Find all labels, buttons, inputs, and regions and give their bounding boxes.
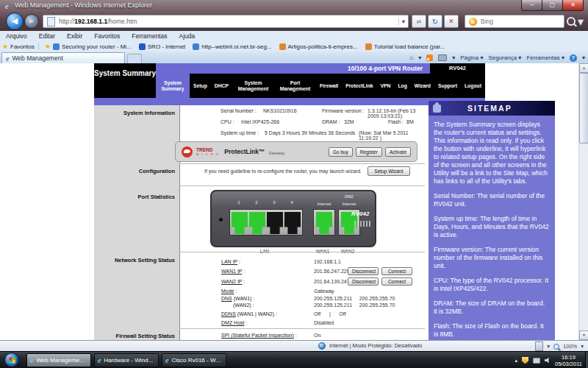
favorite-link[interactable]: Tutorial load balance (par... [365, 43, 445, 50]
taskbar-window-web-management[interactable]: e Web Managemen... [26, 353, 91, 367]
action-center-shield-icon[interactable] [522, 357, 528, 364]
spi-value: On [314, 333, 320, 338]
feed-icon[interactable] [426, 54, 433, 61]
sitemap-header[interactable]: SITEMAP [429, 101, 555, 116]
tab-support[interactable]: Support [434, 74, 461, 98]
start-button[interactable] [4, 353, 19, 367]
search-icon[interactable] [567, 17, 576, 26]
search-dropdown-icon[interactable]: ▾ [578, 15, 584, 29]
setup-wizard-button[interactable]: Setup Wizard [368, 166, 410, 176]
menu-editar[interactable]: Editar [33, 32, 61, 40]
mode-value: Gateway [314, 289, 334, 294]
section-system-information: System Information [96, 110, 175, 116]
help-icon[interactable]: ? [570, 54, 577, 62]
clock-date: 05/03/2011 [555, 361, 582, 367]
tab-wizard[interactable]: Wizard [411, 74, 434, 98]
new-tab-button[interactable] [127, 54, 142, 63]
port-number: 3 [266, 200, 282, 205]
home-icon[interactable]: ⌂ [409, 54, 413, 61]
tab-web-management[interactable]: e Web Management [1, 52, 125, 63]
scroll-down-icon[interactable]: ▾ [579, 330, 588, 340]
mode-link[interactable]: Mode [221, 289, 234, 294]
sitemap-title[interactable]: SITEMAP [467, 104, 512, 113]
taskbar-window-cisco-rv016[interactable]: e Cisco Rv016 - Win... [162, 353, 226, 367]
protected-mode-icon[interactable] [535, 342, 543, 351]
zoom-level[interactable]: 100% [563, 343, 577, 350]
tools-menu[interactable]: Ferramentas ▾ [526, 54, 564, 61]
favorite-link[interactable]: http--webint.oi.net.br-seg... [193, 43, 271, 50]
menu-ferramentas[interactable]: Ferramentas [126, 32, 173, 40]
tab-firewall[interactable]: Firewall [316, 74, 342, 98]
page-scrollbar[interactable]: ▴ ▾ [578, 63, 588, 340]
tab-vpn[interactable]: VPN [377, 74, 395, 98]
favorite-link[interactable]: Artigos-politica-ti-empres... [279, 43, 358, 50]
wan1-connect-button[interactable]: Connect [381, 267, 412, 275]
ddns-link[interactable]: DDNS [221, 311, 236, 316]
menu-arquivo[interactable]: Arquivo [0, 32, 33, 40]
help-dropdown-icon[interactable]: ▾ [582, 54, 585, 61]
zoom-dropdown-icon[interactable]: ▾ [581, 343, 584, 350]
stop-button[interactable]: ✕ [444, 15, 459, 28]
menu-exibir[interactable]: Exibir [61, 32, 88, 40]
wan2-dmz-label: DMZ [334, 194, 365, 199]
address-dropdown-icon[interactable]: ▾ [398, 18, 408, 25]
back-button[interactable]: ◀ [6, 13, 24, 30]
wan2-connect-button[interactable]: Connect [381, 277, 412, 286]
tray-expand-icon[interactable]: ▴ [515, 358, 518, 364]
wan1-disconnect-button[interactable]: Disconnect [348, 267, 379, 275]
security-menu[interactable]: Segurança ▾ [488, 54, 521, 61]
menu-ajuda[interactable]: Ajuda [173, 32, 201, 40]
page-menu[interactable]: Página ▾ [460, 54, 483, 61]
refresh-button[interactable]: ↻ [428, 15, 442, 28]
register-button[interactable]: Register [356, 147, 382, 157]
wan2-ip-value: 201.64.139.247 [314, 279, 350, 284]
favorites-label[interactable]: Favoritos [10, 43, 35, 50]
network-icon[interactable] [533, 358, 540, 364]
wan2-ip-link[interactable]: WAN2 IP [221, 279, 242, 284]
print-icon[interactable] [438, 54, 447, 61]
lan-ip-link[interactable]: LAN IP [221, 259, 237, 264]
taskbar-window-hardware[interactable]: e Hardware - Wind... [94, 353, 159, 367]
firmware-label: Firmware version : [322, 108, 365, 113]
dmz-host-link[interactable]: DMZ Host [221, 320, 245, 325]
divider [179, 185, 425, 186]
compatibility-view-icon[interactable]: ⇄ [412, 15, 426, 28]
add-favorite-icon[interactable]: ★ [45, 43, 51, 50]
close-button[interactable]: ✕ [562, 0, 584, 11]
tab-logout[interactable]: Logout [461, 74, 485, 98]
tab-system-management[interactable]: System Management [232, 74, 274, 98]
favorite-link[interactable]: Securing your router - Mi... [53, 43, 132, 50]
wan1-ip-link[interactable]: WAN1 IP [221, 269, 242, 274]
command-bar: ⌂ ▾ ▾ Página ▾ Segurança ▾ Ferramentas ▾… [409, 52, 585, 63]
search-box[interactable]: b Bing [465, 15, 564, 28]
home-dropdown-icon[interactable]: ▾ [418, 54, 421, 61]
minimize-button[interactable]: ─ [521, 0, 542, 11]
tray-clock[interactable]: 16:19 05/03/2011 [555, 354, 587, 367]
favorite-link[interactable]: SRO - Internet [139, 43, 186, 50]
dns-link[interactable]: DNS [221, 296, 232, 301]
favorites-star-icon[interactable]: ★ [2, 43, 8, 50]
zoom-icon[interactable] [553, 344, 559, 350]
protected-dropdown-icon[interactable]: ▾ [547, 343, 550, 350]
volume-icon[interactable] [545, 358, 551, 364]
activate-button[interactable]: Activate [385, 147, 411, 157]
forward-button[interactable]: ▶ [24, 14, 39, 29]
tab-protectlink[interactable]: ProtectLink [342, 74, 376, 98]
tab-system-summary[interactable]: System Summary [156, 74, 190, 98]
search-controls[interactable]: ▾ [567, 15, 586, 28]
tab-port-management[interactable]: Port Management [274, 74, 316, 98]
maximize-button[interactable]: ▢ [542, 0, 563, 11]
menu-favoritos[interactable]: Favoritos [88, 32, 126, 40]
status-row-ddns: DDNS (WAN1 | WAN2) : Off | Off [221, 311, 427, 316]
go-buy-button[interactable]: Go buy [329, 147, 353, 157]
tab-log[interactable]: Log [394, 74, 410, 98]
print-dropdown-icon[interactable]: ▾ [452, 54, 455, 61]
spi-link[interactable]: SPI (Stateful Packet Inspection) [221, 333, 294, 338]
tab-setup[interactable]: Setup [190, 74, 211, 98]
address-bar[interactable]: http://192.168.1.1/home.htm ▾ [43, 15, 409, 28]
show-desktop-button[interactable] [585, 352, 588, 368]
wan2-disconnect-button[interactable]: Disconnect [348, 277, 379, 286]
scrollbar-thumb[interactable] [579, 73, 588, 144]
tab-dhcp[interactable]: DHCP [211, 74, 232, 98]
scroll-up-icon[interactable]: ▴ [579, 63, 588, 73]
